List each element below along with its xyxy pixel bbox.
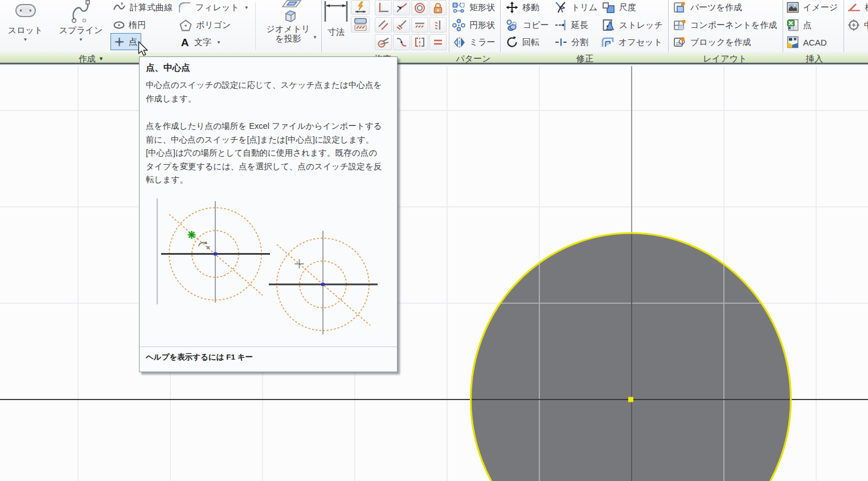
project-geometry-label-line2: を投影 <box>275 34 301 43</box>
rectangular-pattern-icon <box>452 2 465 13</box>
offset-icon <box>601 36 615 48</box>
symmetric-constraint-button[interactable] <box>411 34 428 50</box>
parallel-constraint-button[interactable] <box>375 17 392 32</box>
insert-panel-label[interactable]: 挿入 <box>806 52 823 64</box>
spline-label: スプライン <box>59 25 103 35</box>
create-block-button[interactable]: ブロックを作成 <box>673 35 751 50</box>
stretch-button[interactable]: ストレッチ <box>602 18 663 32</box>
coincident-icon <box>396 2 407 14</box>
lock-constraint-button[interactable] <box>429 0 447 15</box>
move-button[interactable]: 移動 <box>506 0 539 15</box>
create-panel-dropdown-icon[interactable]: ▼ <box>99 53 104 64</box>
tangent-constraint-button[interactable] <box>375 34 392 50</box>
split-icon <box>555 38 567 47</box>
scale-button[interactable]: 尺度 <box>602 0 636 15</box>
fillet-button[interactable]: フィレット ▼ <box>178 0 249 15</box>
illustration-center-point-figure <box>161 201 270 303</box>
polygon-button[interactable]: ポリゴン <box>179 18 231 32</box>
concentric-constraint-button[interactable] <box>411 0 428 15</box>
tooltip-illustration <box>140 194 397 345</box>
perpendicular-constraint-button[interactable] <box>375 0 392 15</box>
rotate-button[interactable]: 回転 <box>506 35 539 50</box>
smooth-icon <box>396 36 407 48</box>
make-part-icon <box>673 1 686 14</box>
create-panel-label-text: 作成 <box>79 53 96 64</box>
horizontal-constraint-button[interactable] <box>411 17 428 32</box>
split-label: 分割 <box>571 37 588 48</box>
pattern-panel-label[interactable]: パターン <box>456 52 490 64</box>
make-components-button[interactable]: コンポーネントを作成 <box>673 18 777 32</box>
equation-curve-button[interactable]: 計算式曲線 <box>113 0 173 15</box>
illustration-sketch-point-figure <box>269 231 378 335</box>
centerline-icon <box>847 19 860 31</box>
fillet-label: フィレット <box>195 2 239 13</box>
project-geometry-button[interactable]: ジオメトリ を投影 <box>263 0 313 51</box>
construction-button[interactable]: 構築 <box>847 0 868 15</box>
text-button[interactable]: A 文字 ▼ <box>179 35 221 50</box>
auto-dimension-button[interactable] <box>351 0 370 15</box>
dimension-icon <box>324 0 349 23</box>
ribbon-body: スロット ▼ スプライン ▼ 計算式曲線 楕円 <box>0 0 868 52</box>
copy-icon <box>506 19 519 31</box>
slot-dropdown-icon[interactable]: ▼ <box>23 37 28 42</box>
constraint-settings-button[interactable] <box>351 17 370 32</box>
sketch-canvas[interactable] <box>0 66 868 481</box>
insert-acad-button[interactable]: ACAD <box>787 35 827 50</box>
mouse-cursor-icon <box>138 41 149 57</box>
extend-icon <box>555 19 567 31</box>
dimension-button[interactable]: 寸法 <box>322 0 350 51</box>
centerline-button[interactable]: 中心線 <box>847 18 868 32</box>
sketch-circle-center-point[interactable] <box>628 397 633 402</box>
point-tooltip: 点、中心点 中心点のスイッチの設定に応じて、スケッチ点または中心点を 作成します… <box>139 56 398 372</box>
tooltip-title: 点、中心点 <box>146 62 190 74</box>
point-button-active[interactable]: 点 <box>110 33 141 50</box>
mirror-button[interactable]: ミラー <box>453 35 496 50</box>
ellipse-icon <box>113 21 125 29</box>
symmetric-icon <box>414 36 425 48</box>
auto-dimension-icon <box>354 1 367 14</box>
vertical-icon <box>432 19 444 31</box>
split-button[interactable]: 分割 <box>555 35 588 50</box>
fillet-dropdown-icon[interactable]: ▼ <box>244 5 249 10</box>
offset-button[interactable]: オフセット <box>601 35 662 50</box>
circular-pattern-button[interactable]: 円形状 <box>452 18 495 32</box>
mirror-icon <box>453 36 465 48</box>
create-panel-label[interactable]: 作成▼ <box>79 52 104 64</box>
svg-text:A: A <box>181 37 189 48</box>
modify-panel-label[interactable]: 修正 <box>576 52 593 64</box>
equal-constraint-button[interactable] <box>429 34 447 50</box>
project-geometry-dropdown-icon[interactable]: ▼ <box>313 35 317 40</box>
copy-button[interactable]: コピー <box>506 18 549 32</box>
scale-label: 尺度 <box>619 2 636 13</box>
smooth-constraint-button[interactable] <box>393 34 410 50</box>
spline-button[interactable]: スプライン ▼ <box>60 0 101 51</box>
trim-button[interactable]: トリム <box>554 0 597 15</box>
equal-icon <box>432 36 444 48</box>
text-dropdown-icon[interactable]: ▼ <box>216 40 221 45</box>
make-part-button[interactable]: パーツを作成 <box>673 0 742 15</box>
spline-dropdown-icon[interactable]: ▼ <box>79 37 83 42</box>
equation-curve-label: 計算式曲線 <box>130 2 173 13</box>
make-components-icon <box>673 19 686 31</box>
construction-label: 構築 <box>865 2 868 13</box>
vertical-constraint-button[interactable] <box>429 17 447 32</box>
tooltip-footer: ヘルプを表示するには F1 キー <box>146 352 253 362</box>
create-panel-divider <box>255 2 256 50</box>
insert-acad-label: ACAD <box>803 38 827 47</box>
slot-icon <box>15 0 36 25</box>
slot-button[interactable]: スロット ▼ <box>7 0 44 51</box>
extend-button[interactable]: 延長 <box>555 18 588 32</box>
coincident-constraint-button[interactable] <box>393 0 410 15</box>
insert-points-button[interactable]: 点 <box>787 18 812 32</box>
collinear-constraint-button[interactable] <box>393 17 410 32</box>
collinear-icon <box>396 19 407 31</box>
insert-image-button[interactable]: イメージ <box>787 0 838 15</box>
parallel-icon <box>378 19 389 31</box>
layout-panel-label[interactable]: レイアウト <box>703 52 747 64</box>
construction-icon <box>847 3 861 12</box>
ellipse-button[interactable]: 楕円 <box>113 18 146 32</box>
green-center-point <box>188 231 196 239</box>
create-block-label: ブロックを作成 <box>690 37 751 48</box>
rectangular-pattern-button[interactable]: 矩形状 <box>452 0 495 15</box>
constraint-settings-icon <box>354 18 367 31</box>
